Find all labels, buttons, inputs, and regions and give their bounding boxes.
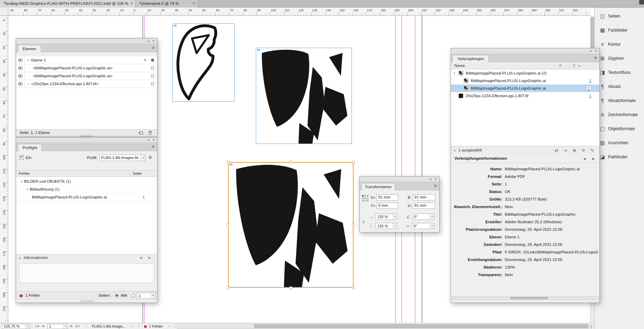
dock-panel-button[interactable]: ◫ Seiten: [595, 9, 644, 23]
tab-document-2[interactable]: *Unbenannt-2 @ 79 % ×: [136, 0, 198, 8]
selection-handle[interactable]: [227, 286, 229, 289]
visibility-eye-icon[interactable]: [18, 75, 23, 78]
dock-panel-button[interactable]: ◪ Pathfinder: [595, 150, 644, 164]
preflight-profile-status[interactable]: FLAG-1-Bit-Image...: [92, 324, 126, 329]
preflight-tree-row[interactable]: ∨ Bildauflösung (1): [16, 185, 157, 193]
dock-panel-button[interactable]: ▢ Objektformate: [595, 122, 644, 136]
tab-preflight[interactable]: Preflight: [18, 144, 42, 151]
expander-icon[interactable]: ∨: [20, 180, 24, 183]
error-page-link[interactable]: 1: [143, 195, 145, 199]
close-icon[interactable]: ×: [153, 39, 155, 43]
close-icon[interactable]: ×: [153, 138, 155, 142]
selection-handle[interactable]: [352, 224, 355, 226]
tab-document-1[interactable]: *Scaling-INDD-Graphics-FLAG-WITH-PREFLIG…: [0, 0, 136, 8]
link-row[interactable]: 20x20px-1234-Effective-ppi-1-BIT.tif 1: [451, 92, 599, 100]
dock-collapse-corner[interactable]: [639, 0, 644, 4]
close-icon[interactable]: ×: [435, 177, 437, 181]
chain-icon[interactable]: ∞: [564, 148, 567, 153]
links-horizontal-scrollbar[interactable]: [452, 296, 599, 300]
pages-range-radio[interactable]: [131, 294, 135, 297]
panel-menu-icon[interactable]: ≡: [434, 183, 437, 188]
dock-panel-button[interactable]: ≡ Kontur: [595, 37, 644, 51]
scrollbar-thumb[interactable]: [510, 297, 548, 299]
link-row[interactable]: BitMapImagePlaced-PLUS-LogoGraphic.ai 1: [451, 84, 599, 92]
close-icon[interactable]: ×: [193, 0, 195, 7]
first-page-button[interactable]: ◀: [36, 325, 39, 328]
page-range-select[interactable]: 1 ▾: [137, 293, 155, 299]
panel-menu-icon[interactable]: ≡: [594, 55, 597, 60]
panel-menu-icon[interactable]: ≡: [152, 144, 154, 149]
zoom-level-select[interactable]: 105,75 % ▾: [2, 324, 30, 329]
dock-panel-button[interactable]: ¶ Absatzformate: [595, 93, 644, 107]
expander-icon[interactable]: ∨: [26, 59, 31, 62]
pages-view-icon[interactable]: ▯: [590, 324, 592, 329]
panel-resize-grip[interactable]: [80, 135, 94, 137]
selection-handle[interactable]: [227, 161, 229, 163]
graphic-frame-leaf-1[interactable]: ∞: [256, 48, 352, 144]
expander-icon[interactable]: ∨: [19, 257, 21, 260]
dock-panel-button[interactable]: ¶ Absatz: [595, 79, 644, 93]
relink-icon[interactable]: ⇄: [555, 148, 558, 153]
link-row[interactable]: ∨ BitMapImagePlaced-PLUS-LogoGraphic.ai …: [451, 69, 599, 77]
new-layer-icon[interactable]: [139, 131, 143, 135]
selection-handle[interactable]: [289, 161, 292, 163]
layer-row[interactable]: > <20x20px-1234-Effective-ppi-1-BIT.tif>: [16, 80, 157, 88]
expander-icon[interactable]: ∨: [453, 72, 455, 75]
expander-icon[interactable]: >: [26, 82, 31, 86]
visibility-eye-icon[interactable]: [18, 59, 23, 62]
next-page-button[interactable]: ▶: [71, 325, 73, 328]
expander-icon[interactable]: ∨: [25, 188, 30, 191]
horizontal-scrollbar[interactable]: [177, 324, 589, 329]
visibility-eye-icon[interactable]: [18, 67, 23, 70]
tab-links[interactable]: Verknüpfungen: [453, 55, 489, 62]
preflight-on-checkbox[interactable]: [19, 155, 24, 160]
link-page-number[interactable]: 1: [589, 94, 591, 98]
arrow-left-icon[interactable]: ◀: [583, 157, 586, 160]
preflight-tree-row[interactable]: ∨ BILDER und OBJEKTE (1): [16, 178, 157, 185]
delete-layer-trash-icon[interactable]: [148, 131, 152, 135]
panel-menu-icon[interactable]: ≡: [152, 45, 154, 50]
selection-marker-icon[interactable]: [151, 67, 154, 69]
arrow-right-icon[interactable]: ▶: [148, 256, 151, 259]
selection-marker-icon[interactable]: [151, 82, 154, 85]
layer-row[interactable]: ∨ Ebene 1 ✎: [16, 56, 157, 64]
selection-marker-icon[interactable]: [151, 75, 154, 77]
tab-transform[interactable]: Transformieren: [361, 183, 395, 190]
sort-up-icon[interactable]: ▲: [578, 64, 581, 67]
expander-icon[interactable]: ∨: [454, 149, 456, 152]
height-input[interactable]: 91 mm: [413, 203, 435, 209]
link-row[interactable]: BitMapImagePlaced-PLUS-LogoGraphic.ai 1: [451, 77, 599, 84]
collapse-icon[interactable]: «: [590, 49, 592, 53]
dock-panel-button[interactable]: A Zeichenformate: [595, 107, 644, 122]
information-section-header[interactable]: ∨ Informationen ◀ ▶: [16, 254, 157, 261]
selection-marker-icon[interactable]: [151, 59, 154, 61]
graphic-frame-leaf-selected[interactable]: ∞: [228, 162, 354, 288]
selection-handle[interactable]: [289, 286, 292, 289]
panel-titlebar[interactable]: « ×: [16, 38, 157, 44]
selection-handle[interactable]: [227, 224, 229, 226]
caret-down-icon[interactable]: ▾: [169, 325, 170, 328]
warning-column-icon[interactable]: ⚠: [559, 63, 562, 68]
profile-select[interactable]: FLAG-1-Bit-Images-M... ▾: [99, 155, 145, 161]
page-column-icon[interactable]: ▯: [573, 63, 575, 68]
arrow-right-icon[interactable]: ▶: [592, 157, 595, 160]
y-input[interactable]: 0 mm: [377, 203, 398, 209]
collapse-icon[interactable]: «: [430, 177, 432, 181]
arrow-left-icon[interactable]: ◀: [140, 256, 142, 259]
preflight-tree-row[interactable]: BitMapImagePlaced-PLUS-LogoGraphic.ai 1: [16, 193, 157, 201]
close-icon[interactable]: ×: [130, 0, 133, 7]
x-input[interactable]: 91 mm: [377, 194, 398, 201]
embed-link-icon[interactable]: ⊕: [573, 148, 576, 153]
scale-x-select[interactable]: 130 % ▾: [375, 214, 397, 220]
scrollbar-thumb[interactable]: [254, 325, 588, 328]
selection-handle[interactable]: [352, 161, 355, 163]
collapse-icon[interactable]: «: [147, 39, 150, 43]
rotation-select[interactable]: 0° ▾: [412, 214, 434, 220]
shear-select[interactable]: 0° ▾: [412, 223, 434, 229]
pages-all-radio[interactable]: [115, 294, 119, 297]
reference-point-proxy[interactable]: [362, 195, 369, 202]
constrain-chain-icon[interactable]: ∞: [362, 220, 366, 223]
dock-panel-button[interactable]: ▥ Ausrichten: [595, 136, 644, 150]
collapse-icon[interactable]: «: [147, 138, 150, 142]
panel-titlebar[interactable]: « ×: [451, 48, 599, 54]
